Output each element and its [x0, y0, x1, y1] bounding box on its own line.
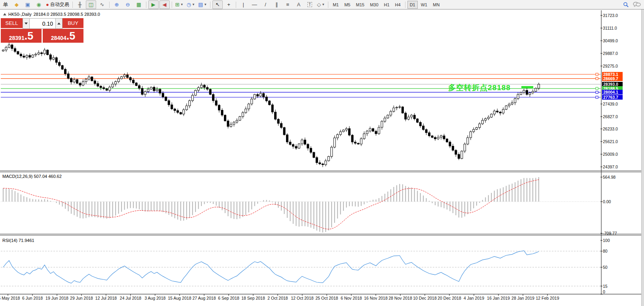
buy-price-main: 28404 [51, 34, 66, 42]
cursor-button[interactable]: ↖ [212, 0, 223, 9]
new-order-button[interactable]: 单 [0, 0, 11, 9]
timeframe-W1[interactable]: W1 [419, 1, 430, 9]
y-axis-tick: -709.77 [603, 231, 627, 236]
price-level-label: 28669.7 [602, 76, 623, 81]
ohlc-values: 28184.0 28503.5 28098.5 28393.0 [34, 12, 100, 17]
chart-title: HK50-,Daily 28184.0 28503.5 28098.5 2839… [3, 12, 100, 17]
shapes-button[interactable]: ◇▼ [316, 0, 326, 9]
y-axis-tick: 30499.0 [603, 38, 627, 43]
vertical-line-button[interactable]: | [238, 0, 248, 9]
y-axis-tick: 24397.0 [603, 164, 627, 169]
timeframe-M30[interactable]: M30 [367, 1, 381, 9]
lot-increase-button[interactable] [55, 18, 63, 29]
lot-size-input[interactable] [30, 18, 55, 29]
toolbar-right [623, 2, 644, 8]
signals-icon[interactable]: ◉ [34, 0, 44, 9]
chart-canvas[interactable] [0, 9, 644, 306]
toolbar-separator [146, 2, 146, 8]
collapse-triangle-icon[interactable] [3, 13, 6, 15]
profile-icon[interactable]: ◆ [11, 0, 22, 9]
timeframe-M15[interactable]: M15 [354, 1, 367, 9]
toolbar-separator [172, 2, 172, 8]
sell-price-box[interactable]: 28391.5 [1, 29, 42, 43]
y-axis-tick: 564.98 [603, 175, 627, 179]
sell-button[interactable]: SELL [1, 18, 23, 29]
y-axis-tick: 25009.0 [603, 152, 627, 157]
chat-icon[interactable] [633, 2, 641, 8]
auto-scroll-button[interactable]: ▶ [148, 0, 159, 9]
bar-chart-button[interactable]: ╫ [75, 0, 85, 9]
candlestick-chart-button[interactable]: ◫ [86, 0, 96, 9]
y-axis-tick: 80 [603, 249, 627, 253]
toolbar-separator [210, 2, 210, 8]
toolbar-separator [109, 2, 110, 8]
pivot-annotation-text[interactable]: 多空转折点28188 [448, 83, 511, 93]
y-axis-tick: 26233.0 [603, 127, 627, 131]
toolbar-items: 单◆▣◉●自动交易╫◫∿⊕⊖▦▶◀⊞▼◷▼▤▼↖+|—/∥≡AT◇▼M1M5M1… [0, 0, 442, 9]
timeframe-M5[interactable]: M5 [342, 1, 352, 9]
fibonacci-button[interactable]: ≡ [282, 0, 293, 9]
timeframe-H4[interactable]: H4 [393, 1, 403, 9]
y-axis-tick: 50 [603, 265, 627, 270]
templates-button[interactable]: ▤▼ [197, 0, 208, 9]
timeframe-MN[interactable]: MN [430, 1, 442, 9]
tile-windows-button[interactable]: ▦ [134, 0, 144, 9]
chevron-down-icon: ▼ [192, 3, 195, 6]
y-axis-tick: 100 [603, 238, 627, 243]
y-axis-tick: 26827.0 [603, 114, 627, 119]
rsi-pane-title: RSI(14) 71.9461 [2, 238, 34, 243]
text-button[interactable]: A [294, 0, 304, 9]
terminal-window-icon[interactable]: ▣ [23, 0, 33, 9]
y-axis-tick: 0 [603, 289, 627, 294]
timeframe-D1[interactable]: D1 [407, 1, 418, 9]
zoom-out-button[interactable]: ⊖ [123, 0, 133, 9]
chevron-down-icon: ▼ [322, 3, 325, 6]
y-axis-tick: 31723.0 [603, 13, 627, 18]
trendline-button[interactable]: / [260, 0, 271, 9]
sell-price-frac: .5 [25, 31, 34, 42]
chevron-down-icon: ▼ [204, 3, 207, 6]
chevron-down-icon: ▼ [180, 3, 184, 6]
line-chart-button[interactable]: ∿ [97, 0, 107, 9]
y-axis-tick: 31111.0 [603, 26, 627, 30]
periods-button[interactable]: ◷▼ [186, 0, 196, 9]
buy-price-box[interactable]: 28404.5 [43, 29, 83, 43]
timeframe-M1[interactable]: M1 [330, 1, 341, 9]
price-level-label: 28004.1 [602, 90, 623, 94]
zoom-in-button[interactable]: ⊕ [112, 0, 122, 9]
macd-pane-title: MACD(12,26,9) 507.04 460.62 [2, 174, 62, 179]
toolbar-separator [405, 2, 405, 8]
y-axis-tick: 25621.0 [603, 139, 627, 144]
y-axis-tick: 0.00 [603, 199, 627, 204]
indicators-button[interactable]: ⊞▼ [174, 0, 185, 9]
crosshair-button[interactable]: + [224, 0, 234, 9]
y-axis-tick: 27439.0 [603, 102, 627, 106]
one-click-trade-panel: SELL BUY 28391.5 28404.5 [1, 18, 83, 43]
x-axis-label: 12 Feb 2019 [531, 296, 564, 300]
symbol-period-label: HK50-,Daily [8, 12, 32, 17]
lot-decrease-button[interactable] [23, 18, 30, 29]
equidistant-channel-button[interactable]: ∥ [271, 0, 282, 9]
sell-price-main: 28391 [9, 34, 25, 42]
label-button[interactable]: T [305, 0, 315, 9]
chart-window: HK50-,Daily 28184.0 28503.5 28098.5 2839… [0, 9, 644, 306]
main-toolbar: 单◆▣◉●自动交易╫◫∿⊕⊖▦▶◀⊞▼◷▼▤▼↖+|—/∥≡AT◇▼M1M5M1… [0, 0, 644, 9]
y-axis-tick: 29275.0 [603, 64, 627, 68]
toolbar-separator [236, 2, 236, 8]
horizontal-line-button[interactable]: — [249, 0, 259, 9]
toolbar-separator [328, 2, 328, 8]
timeframe-H1[interactable]: H1 [382, 1, 392, 9]
search-icon[interactable] [623, 2, 629, 8]
chart-shift-button[interactable]: ◀ [159, 0, 170, 9]
toolbar-separator [72, 2, 73, 8]
y-axis-tick: 15 [603, 284, 627, 289]
buy-button[interactable]: BUY [63, 18, 83, 29]
autotrading-button[interactable]: ●自动交易 [45, 0, 70, 9]
price-level-label: 27763.7 [602, 95, 623, 100]
y-axis-tick: 29887.0 [603, 51, 627, 56]
buy-price-frac: .5 [66, 31, 76, 42]
window-right-edge [641, 9, 644, 306]
trading-app: 单◆▣◉●自动交易╫◫∿⊕⊖▦▶◀⊞▼◷▼▤▼↖+|—/∥≡AT◇▼M1M5M1… [0, 0, 644, 306]
